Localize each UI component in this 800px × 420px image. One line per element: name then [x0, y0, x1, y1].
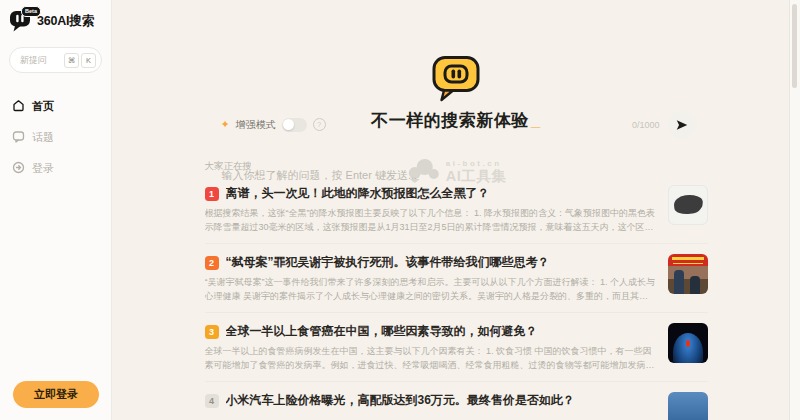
hot-search-item[interactable]: 2 “弑母案”罪犯吴谢宇被执行死刑。该事件带给我们哪些思考？ “吴谢宇弑母案”这… [205, 244, 708, 313]
sparkle-icon: ✦ [221, 118, 230, 131]
hot-item-thumbnail [668, 392, 708, 420]
hot-search-section: 大家正在搜 1 离谱，头一次见！此地的降水预报图怎么全黑了？ 根据搜索结果，这张… [205, 160, 708, 420]
hot-item-desc: 全球一半以上的食管癌病例发生在中国，这主要与以下几个因素有关： 1. 饮食习惯 … [205, 345, 656, 372]
enhanced-mode-toggle[interactable] [282, 118, 307, 132]
help-icon[interactable]: ? [313, 118, 326, 131]
sidebar-item-topics[interactable]: 话题 [9, 122, 102, 153]
cmd-key: ⌘ [64, 53, 79, 68]
sidebar: Beta 360AI搜索 新提问 ⌘ K 首页 [0, 0, 112, 420]
search-input[interactable]: 输入你想了解的问题，按 Enter 键发送... [222, 168, 418, 183]
hot-item-desc: 根据搜索结果，这张“全黑”的降水预报图主要反映了以下几个信息： 1. 降水预报图… [205, 207, 656, 234]
hot-item-title: 小米汽车上险价格曝光，高配版达到36万元。最终售价是否如此？ [226, 392, 575, 409]
rank-badge: 3 [205, 325, 219, 339]
hot-search-item[interactable]: 4 小米汽车上险价格曝光，高配版达到36万元。最终售价是否如此？ [205, 382, 708, 420]
hot-item-title: 离谱，头一次见！此地的降水预报图怎么全黑了？ [226, 185, 490, 202]
new-question-label: 新提问 [20, 54, 47, 67]
mascot-icon [429, 55, 483, 102]
rank-badge: 2 [205, 256, 219, 270]
app-window: Beta 360AI搜索 新提问 ⌘ K 首页 [0, 0, 800, 420]
beta-badge: Beta [21, 6, 41, 17]
search-footer: ✦ 增强模式 ? 0/1000 [221, 110, 697, 139]
keyboard-shortcut: ⌘ K [64, 53, 96, 68]
k-key: K [81, 53, 96, 68]
logo[interactable]: Beta 360AI搜索 [9, 10, 102, 32]
hot-item-thumbnail [668, 254, 708, 294]
hot-search-list: 1 离谱，头一次见！此地的降水预报图怎么全黑了？ 根据搜索结果，这张“全黑”的降… [205, 175, 708, 420]
main-content: 不一样的搜索新体验_ ai-bot.cn AI工具集 输入你想了解的问题，按 E… [112, 0, 800, 420]
sidebar-item-label: 话题 [32, 130, 54, 145]
sidebar-item-label: 登录 [32, 161, 54, 176]
char-counter: 0/1000 [632, 120, 660, 130]
hot-item-thumbnail [668, 185, 708, 225]
hot-item-title: 全球一半以上食管癌在中国，哪些因素导致的，如何避免？ [226, 323, 538, 340]
hot-item-title: “弑母案”罪犯吴谢宇被执行死刑。该事件带给我们哪些思考？ [226, 254, 550, 271]
home-icon [12, 99, 25, 114]
hot-search-item[interactable]: 1 离谱，头一次见！此地的降水预报图怎么全黑了？ 根据搜索结果，这张“全黑”的降… [205, 175, 708, 244]
logo-text: 360AI搜索 [37, 13, 94, 30]
enhanced-mode-label: 增强模式 [236, 118, 276, 132]
login-arrow-icon [12, 161, 25, 176]
login-now-button[interactable]: 立即登录 [13, 381, 99, 408]
scrollbar[interactable] [789, 0, 800, 420]
sidebar-nav: 首页 话题 登录 [9, 91, 102, 184]
new-question-button[interactable]: 新提问 ⌘ K [9, 47, 102, 73]
send-icon [675, 118, 689, 132]
rank-badge: 4 [205, 394, 219, 408]
sidebar-item-home[interactable]: 首页 [9, 91, 102, 122]
hot-item-thumbnail [668, 323, 708, 363]
send-button[interactable] [668, 110, 697, 139]
sidebar-item-label: 首页 [32, 99, 54, 114]
logo-mascot-icon: Beta [9, 10, 33, 32]
hot-item-desc: “吴谢宇弑母案”这一事件给我们带来了许多深刻的思考和启示。主要可以从以下几个方面… [205, 276, 656, 303]
hot-search-item[interactable]: 3 全球一半以上食管癌在中国，哪些因素导致的，如何避免？ 全球一半以上的食管癌病… [205, 313, 708, 382]
sidebar-item-login[interactable]: 登录 [9, 153, 102, 184]
chat-bubble-icon [12, 130, 25, 145]
scrollbar-thumb[interactable] [792, 4, 797, 88]
rank-badge: 1 [205, 187, 219, 201]
